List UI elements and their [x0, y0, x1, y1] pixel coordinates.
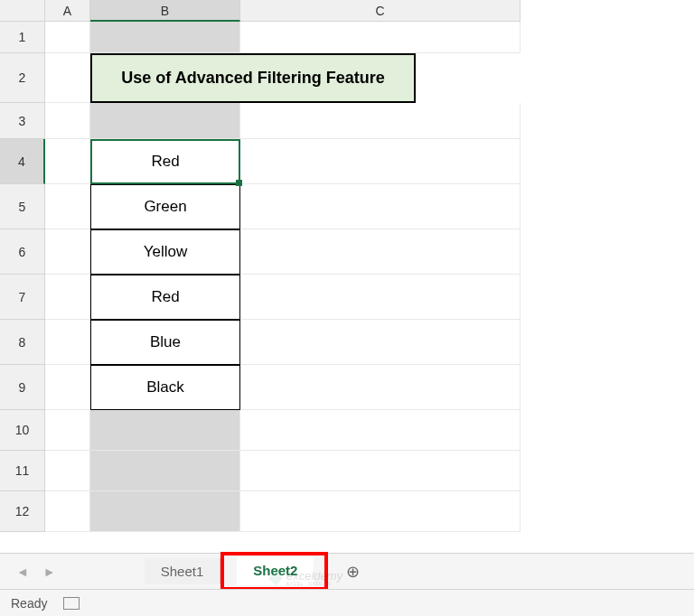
- status-ready: Ready: [11, 596, 47, 611]
- cell-b11[interactable]: [90, 451, 240, 491]
- row-header-8[interactable]: 8: [0, 320, 45, 365]
- cell-c3[interactable]: [240, 103, 520, 139]
- cell-c5[interactable]: [240, 184, 520, 229]
- row-header-11[interactable]: 11: [0, 451, 45, 491]
- cell-a10[interactable]: [45, 410, 90, 451]
- macro-record-icon[interactable]: [63, 597, 80, 610]
- status-bar: Ready: [0, 589, 694, 616]
- select-all-corner[interactable]: [0, 0, 45, 22]
- cell-a9[interactable]: [45, 365, 90, 410]
- cell-c1[interactable]: [240, 22, 520, 53]
- cell-b3[interactable]: [90, 103, 240, 139]
- cell-a8[interactable]: [45, 320, 90, 365]
- cell-a6[interactable]: [45, 229, 90, 275]
- cell-b4-selected[interactable]: Red: [90, 139, 240, 184]
- grid: Use of Advanced Filtering Feature Red Gr…: [45, 22, 520, 532]
- cell-b9[interactable]: Black: [90, 365, 240, 410]
- row-header-2[interactable]: 2: [0, 53, 45, 103]
- cell-a3[interactable]: [45, 103, 90, 139]
- column-headers: A B C: [45, 0, 520, 22]
- fill-handle[interactable]: [236, 180, 242, 186]
- cell-b1[interactable]: [90, 22, 240, 53]
- row-header-12[interactable]: 12: [0, 491, 45, 532]
- col-header-a[interactable]: A: [45, 0, 90, 22]
- title-cell[interactable]: Use of Advanced Filtering Feature: [90, 53, 416, 103]
- row-headers: 1 2 3 4 5 6 7 8 9 10 11 12: [0, 22, 45, 532]
- cell-a5[interactable]: [45, 184, 90, 229]
- col-header-b[interactable]: B: [90, 0, 240, 22]
- cell-b5[interactable]: Green: [90, 184, 240, 229]
- cell-c4[interactable]: [240, 139, 520, 184]
- cell-b8[interactable]: Blue: [90, 320, 240, 365]
- row-header-10[interactable]: 10: [0, 410, 45, 451]
- cell-b7[interactable]: Red: [90, 275, 240, 320]
- spreadsheet: A B C 1 2 3 4 5 6 7 8 9 10 11 12 Use of …: [0, 0, 694, 551]
- watermark-icon: [267, 569, 285, 587]
- cell-a11[interactable]: [45, 451, 90, 491]
- row-header-1[interactable]: 1: [0, 22, 45, 53]
- cell-a4[interactable]: [45, 139, 90, 184]
- col-header-c[interactable]: C: [240, 0, 520, 22]
- row-header-6[interactable]: 6: [0, 229, 45, 275]
- svg-marker-0: [268, 571, 283, 585]
- watermark-logo: exceldemy EXCEL · DATA · BI: [267, 567, 384, 589]
- row-header-5[interactable]: 5: [0, 184, 45, 229]
- cell-a2[interactable]: [45, 53, 90, 103]
- cell-value: Red: [151, 153, 179, 171]
- cell-b10[interactable]: [90, 410, 240, 451]
- cell-a1[interactable]: [45, 22, 90, 53]
- cell-b6[interactable]: Yellow: [90, 229, 240, 275]
- row-header-3[interactable]: 3: [0, 103, 45, 139]
- row-header-9[interactable]: 9: [0, 365, 45, 410]
- cell-a7[interactable]: [45, 275, 90, 320]
- tab-nav-next-icon[interactable]: ►: [36, 565, 63, 579]
- row-header-4[interactable]: 4: [0, 139, 45, 184]
- row-header-7[interactable]: 7: [0, 275, 45, 320]
- cell-a12[interactable]: [45, 491, 90, 532]
- cell-c10[interactable]: [240, 410, 520, 451]
- cell-c9[interactable]: [240, 365, 520, 410]
- sheet-tab-1[interactable]: Sheet1: [145, 558, 221, 584]
- tab-nav-prev-icon[interactable]: ◄: [9, 565, 36, 579]
- cell-c8[interactable]: [240, 320, 520, 365]
- cell-c12[interactable]: [240, 491, 520, 532]
- cell-c6[interactable]: [240, 229, 520, 275]
- cell-c11[interactable]: [240, 451, 520, 491]
- cell-b12[interactable]: [90, 491, 240, 532]
- watermark-sub: EXCEL · DATA · BI: [286, 582, 342, 586]
- cell-c7[interactable]: [240, 275, 520, 320]
